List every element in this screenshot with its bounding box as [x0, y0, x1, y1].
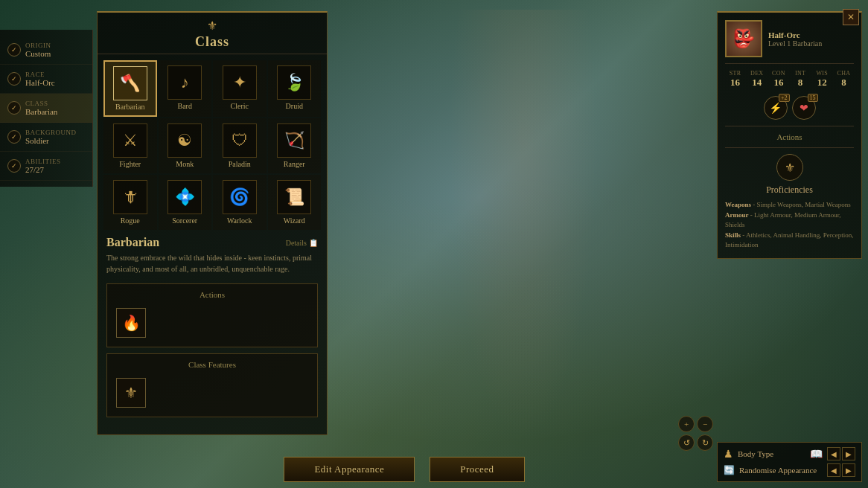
stat-con: CON 16 [768, 70, 788, 89]
weapons-key: Weapons [725, 201, 751, 208]
druid-icon: 🍃 [277, 65, 311, 100]
class-description-area: Barbarian Details 📋 The strong embrace t… [98, 236, 327, 417]
details-icon: 📋 [309, 239, 318, 247]
selected-class-name: Barbarian [106, 236, 159, 249]
action-btn-spell[interactable]: ⚡ +2 [764, 96, 788, 120]
class-item-monk[interactable]: ☯ Monk [159, 118, 212, 173]
class-item-ranger[interactable]: 🏹 Ranger [268, 118, 322, 173]
proficiencies-title: Proficiencies [725, 184, 854, 196]
character-header: 👺 Half-Orc Level 1 Barbarian [725, 20, 854, 64]
sidebar-item-class[interactable]: ✓ Class Barbarian [0, 94, 92, 123]
proficiencies-text: Weapons - Simple Weapons, Martial Weapon… [725, 200, 854, 251]
sidebar-item-abilities[interactable]: ✓ Abilities 27/27 [0, 152, 92, 181]
spell-badge: +2 [779, 94, 790, 102]
str-label: STR [730, 70, 741, 77]
str-value: 16 [730, 77, 740, 89]
class-item-druid[interactable]: 🍃 Druid [268, 60, 322, 117]
class-item-barbarian[interactable]: 🪓 Barbarian [103, 60, 157, 117]
wis-value: 12 [817, 77, 827, 89]
rage-action-icon[interactable]: 🔥 [116, 308, 146, 338]
randomise-next-button[interactable]: ▶ [842, 463, 855, 477]
character-portrait: 👺 [725, 20, 762, 57]
feature-action-icon[interactable]: ⚜ [116, 378, 146, 408]
bard-icon: ♪ [167, 65, 202, 100]
close-button[interactable]: ✕ [843, 9, 859, 25]
camera-zoom-out[interactable]: − [697, 416, 713, 432]
class-item-warlock[interactable]: 🌀 Warlock [213, 175, 267, 230]
cha-label: CHA [837, 70, 851, 77]
monk-icon: ☯ [167, 123, 202, 158]
right-actions-label: Actions [725, 132, 854, 141]
stat-str: STR 16 [725, 70, 745, 89]
camera-zoom-in[interactable]: + [678, 416, 695, 432]
dex-value: 14 [752, 77, 762, 89]
class-check-icon: ✓ [7, 101, 21, 115]
edit-appearance-button[interactable]: Edit Appearance [284, 457, 415, 482]
con-label: CON [772, 70, 785, 77]
dex-label: DEX [750, 70, 763, 77]
class-label: Class [25, 100, 57, 107]
class-panel: ⚜ Class 🪓 Barbarian ♪ Bard ✦ Cleric 🍃 Dr… [97, 11, 328, 435]
wizard-label: Wizard [284, 216, 305, 225]
ranger-label: Ranger [284, 160, 305, 168]
race-value: Half-Orc [25, 78, 55, 87]
skills-key: Skills [725, 231, 741, 239]
randomise-prev-button[interactable]: ◀ [827, 463, 840, 477]
sidebar-item-origin[interactable]: ✓ Origin Custom [0, 36, 92, 65]
stats-row: STR 16 DEX 14 CON 16 INT 8 WIS 12 CHA 8 [725, 70, 854, 89]
rogue-label: Rogue [121, 216, 140, 225]
con-value: 16 [773, 77, 783, 89]
left-sidebar: ✓ Origin Custom ✓ Race Half-Orc ✓ Class … [0, 30, 93, 187]
character-figure [331, 0, 715, 451]
class-desc-header: Barbarian Details 📋 [106, 236, 318, 249]
background-value: Soldier [25, 136, 77, 145]
class-grid: 🪓 Barbarian ♪ Bard ✦ Cleric 🍃 Druid ⚔ Fi… [98, 54, 327, 236]
class-features-section: Class Features ⚜ [106, 353, 318, 417]
monk-label: Monk [176, 160, 194, 168]
race-check-icon: ✓ [7, 72, 21, 86]
cha-value: 8 [841, 77, 846, 89]
sorcerer-label: Sorcerer [172, 216, 197, 225]
fighter-label: Fighter [119, 160, 141, 168]
class-description-text: The strong embrace the wild that hides i… [106, 252, 318, 274]
abilities-check-icon: ✓ [7, 159, 21, 173]
cleric-label: Cleric [231, 102, 249, 110]
camera-controls: + − ↺ ↻ [678, 416, 713, 451]
abilities-value: 27/27 [25, 165, 61, 174]
class-item-fighter[interactable]: ⚔ Fighter [103, 118, 157, 173]
sidebar-item-race[interactable]: ✓ Race Half-Orc [0, 65, 92, 94]
fighter-icon: ⚔ [113, 123, 147, 158]
stat-wis: WIS 12 [812, 70, 832, 89]
hp-badge: 15 [808, 94, 818, 102]
panel-ornament-icon: ⚜ [207, 19, 217, 33]
book-icon: 📖 [810, 448, 823, 460]
portrait-icon: 👺 [733, 28, 755, 49]
race-label: Race [25, 71, 55, 78]
class-item-rogue[interactable]: 🗡 Rogue [103, 175, 157, 230]
class-item-wizard[interactable]: 📜 Wizard [268, 175, 322, 230]
stat-cha: CHA 8 [834, 70, 854, 89]
body-type-next-button[interactable]: ▶ [842, 447, 855, 460]
rogue-icon: 🗡 [113, 180, 147, 214]
camera-rotate-left[interactable]: ↺ [678, 434, 695, 451]
druid-label: Druid [286, 102, 303, 110]
action-btn-hp[interactable]: ❤ 15 [792, 96, 816, 120]
abilities-label: Abilities [25, 158, 61, 165]
randomise-icon: 🔄 [724, 465, 735, 476]
barbarian-label: Barbarian [115, 103, 144, 111]
wis-label: WIS [816, 70, 828, 77]
sidebar-item-background[interactable]: ✓ Background Soldier [0, 123, 92, 152]
camera-rotate-right[interactable]: ↻ [697, 434, 713, 451]
class-item-sorcerer[interactable]: 💠 Sorcerer [159, 175, 212, 230]
actions-section-title: Actions [113, 290, 311, 299]
character-silhouette [449, 10, 598, 441]
cleric-icon: ✦ [223, 65, 257, 100]
class-item-bard[interactable]: ♪ Bard [159, 60, 212, 117]
class-item-paladin[interactable]: 🛡 Paladin [213, 118, 267, 173]
weapons-value: Simple Weapons, Martial Weapons [757, 201, 851, 208]
class-item-cleric[interactable]: ✦ Cleric [213, 60, 267, 117]
details-link[interactable]: Details 📋 [286, 239, 318, 247]
details-label: Details [286, 239, 307, 247]
body-type-prev-button[interactable]: ◀ [827, 447, 840, 460]
proceed-button[interactable]: Proceed [430, 457, 524, 482]
